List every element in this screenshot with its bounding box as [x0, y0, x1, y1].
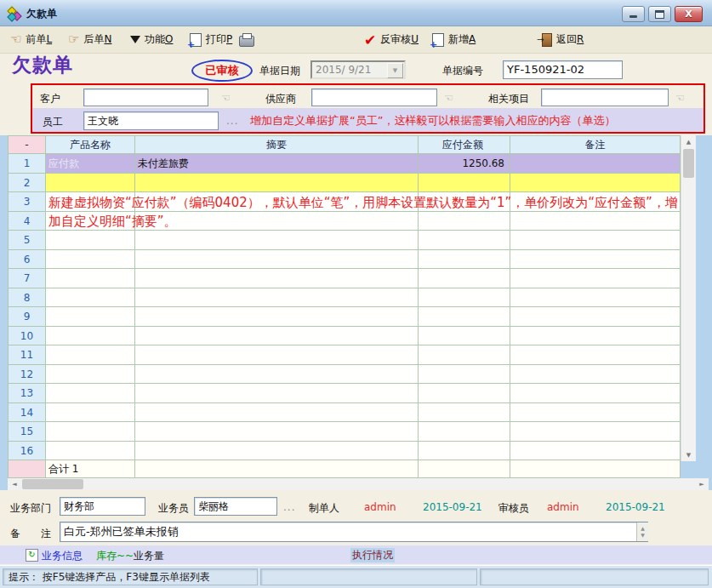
grid-cell[interactable] — [46, 384, 135, 403]
row-number[interactable]: 1 — [9, 154, 46, 174]
grid-cell[interactable] — [135, 250, 419, 270]
grid-cell[interactable] — [135, 327, 419, 346]
grid-cell[interactable] — [510, 422, 681, 442]
prev-doc-button[interactable]: ☜ 前单L — [10, 31, 52, 49]
scroll-left-icon[interactable]: ◄ — [8, 478, 21, 490]
grid-cell[interactable] — [419, 442, 510, 461]
supplier-picker-icon[interactable]: ☜ — [444, 92, 453, 104]
grid-cell[interactable] — [46, 212, 135, 231]
grid-cell[interactable] — [135, 288, 419, 308]
column-header-note[interactable]: 备注 — [510, 135, 681, 154]
next-doc-button[interactable]: ☞ 后单N — [68, 31, 111, 49]
row-number[interactable]: 9 — [9, 307, 46, 327]
grid-cell[interactable] — [419, 174, 510, 193]
row-number[interactable]: 3 — [9, 192, 46, 212]
grid-cell[interactable] — [46, 231, 135, 250]
grid-cell[interactable]: 未付差旅费 — [135, 154, 419, 174]
minimize-button[interactable] — [622, 6, 645, 22]
scroll-down-icon[interactable]: ▼ — [681, 448, 696, 461]
grid-cell[interactable] — [510, 288, 681, 308]
grid-cell[interactable] — [419, 307, 510, 327]
grid-cell[interactable] — [135, 345, 419, 365]
row-number[interactable]: 4 — [9, 212, 46, 231]
row-number[interactable]: 10 — [9, 327, 46, 346]
printer-quick-button[interactable] — [239, 31, 254, 49]
row-number[interactable]: 8 — [9, 288, 46, 308]
grid-cell[interactable] — [135, 212, 419, 231]
grid-cell[interactable] — [510, 174, 681, 193]
row-number[interactable]: 15 — [9, 422, 46, 442]
unaudit-button[interactable]: ✔ 反审核U — [364, 31, 419, 49]
row-number[interactable]: 2 — [9, 174, 46, 193]
grid-cell[interactable] — [510, 307, 681, 327]
clerk-input[interactable]: 柴丽格 — [194, 497, 277, 516]
grid-cell[interactable] — [510, 327, 681, 346]
column-header-product[interactable]: 产品名称 — [46, 135, 135, 154]
business-info-link[interactable]: 业务信息 — [42, 549, 83, 563]
grid-cell[interactable] — [135, 231, 419, 250]
print-button[interactable]: + 打印P — [190, 31, 232, 49]
row-number[interactable]: 6 — [9, 250, 46, 270]
grid-cell[interactable] — [419, 250, 510, 270]
grid-cell[interactable] — [510, 384, 681, 403]
grid-cell[interactable] — [46, 403, 135, 423]
row-number[interactable]: 7 — [9, 269, 46, 288]
grid-cell[interactable] — [135, 403, 419, 423]
row-number[interactable]: 14 — [9, 403, 46, 423]
grid-cell[interactable] — [46, 327, 135, 346]
grid-cell[interactable] — [46, 250, 135, 270]
chevron-down-icon[interactable]: ▼ — [387, 63, 403, 78]
grid-cell[interactable] — [419, 345, 510, 365]
spinner-down-icon[interactable]: ▼ — [641, 532, 645, 539]
project-input[interactable] — [541, 88, 669, 106]
grid-cell[interactable] — [510, 192, 681, 212]
hscroll-thumb[interactable] — [22, 479, 83, 489]
employee-more-button[interactable]: ... — [226, 115, 238, 127]
clerk-more-button[interactable]: ... — [283, 501, 295, 513]
close-button[interactable]: X — [675, 6, 703, 22]
grid-cell[interactable] — [135, 174, 419, 193]
grid-cell[interactable] — [510, 345, 681, 365]
stock-link[interactable]: 库存~~ — [96, 549, 134, 563]
date-combobox[interactable]: 2015/ 9/21 ▼ — [310, 60, 406, 79]
grid-cell[interactable] — [46, 269, 135, 288]
supplier-input[interactable] — [311, 88, 437, 106]
row-number[interactable]: 5 — [9, 231, 46, 250]
restore-button[interactable] — [648, 6, 671, 22]
grid-cell[interactable] — [46, 345, 135, 365]
grid-cell[interactable] — [419, 192, 510, 212]
grid-cell[interactable] — [135, 192, 419, 212]
vscroll-thumb[interactable] — [683, 149, 694, 178]
grid-cell[interactable] — [419, 269, 510, 288]
grid-cell[interactable] — [135, 384, 419, 403]
volume-label[interactable]: 业务量 — [134, 549, 164, 563]
refresh-icon[interactable]: ↻ — [26, 549, 38, 562]
row-number[interactable]: 13 — [9, 384, 46, 403]
grid-cell[interactable] — [510, 403, 681, 423]
grid-cell[interactable] — [135, 307, 419, 327]
grid-cell[interactable] — [419, 384, 510, 403]
grid-cell[interactable] — [510, 365, 681, 385]
employee-input[interactable]: 王文晓 — [83, 111, 219, 130]
return-button[interactable]: 返回R — [542, 31, 584, 49]
grid-cell[interactable] — [46, 365, 135, 385]
grid-cell[interactable] — [419, 403, 510, 423]
column-header-amount[interactable]: 应付金额 — [419, 135, 510, 154]
grid-cell[interactable] — [419, 422, 510, 442]
grid-cell[interactable] — [510, 231, 681, 250]
grid-cell[interactable] — [510, 269, 681, 288]
grid-cell[interactable] — [135, 442, 419, 461]
project-picker-icon[interactable]: ☜ — [675, 92, 685, 104]
grid-cell[interactable]: 1250.68 — [419, 154, 510, 174]
spinner-up-icon[interactable]: ▲ — [641, 525, 645, 532]
row-number[interactable]: 16 — [9, 442, 46, 461]
remark-input[interactable]: 白元-郑州已签单未报销 — [60, 522, 648, 542]
remark-spinner[interactable]: ▲ ▼ — [636, 522, 648, 541]
grid-cell[interactable] — [46, 174, 135, 193]
grid-cell[interactable] — [135, 422, 419, 442]
grid-cell[interactable] — [135, 365, 419, 385]
row-number[interactable]: 11 — [9, 345, 46, 365]
row-number[interactable]: 12 — [9, 365, 46, 385]
add-new-button[interactable]: + 新增A — [432, 31, 476, 49]
doc-no-input[interactable]: YF-150921-02 — [503, 60, 623, 79]
